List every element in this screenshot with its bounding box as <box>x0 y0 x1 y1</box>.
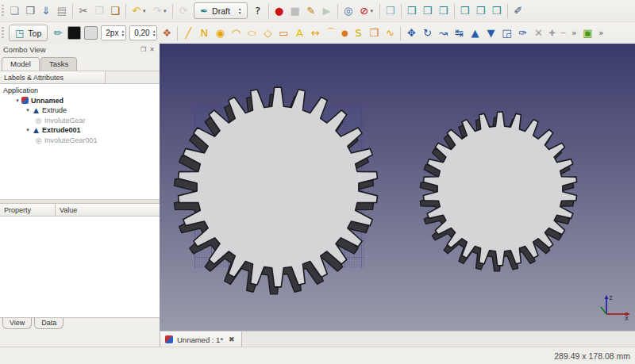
toolbar2-handle[interactable] <box>2 27 4 40</box>
workbench-selector[interactable]: ✒Draft▴▾ <box>194 2 248 19</box>
view-rear-button[interactable]: ❒ <box>457 3 473 19</box>
face-color-swatch[interactable] <box>84 26 98 40</box>
draft-delete-point-tool[interactable]: − <box>557 25 568 41</box>
draft-offset-tool[interactable]: ↝ <box>435 25 451 41</box>
undo-button[interactable]: ↶ <box>129 3 144 19</box>
close-panel-icon[interactable]: ✕ <box>148 46 156 53</box>
draft-toolbar: ◳Top✏2px▴▾0,20▴▾❖╱N◉◠○◇▭A↔⌒●S❒∿✥↻↝↹▲▼◲✑✕… <box>0 22 635 44</box>
tree-item-involutegear001[interactable]: ◎InvoluteGear001 <box>0 136 160 146</box>
macro-edit-button[interactable]: ✎ <box>303 3 319 19</box>
draft-move-tool[interactable]: ✥ <box>403 25 419 41</box>
draw-style-button-dropdown-icon[interactable]: ▾ <box>371 8 377 14</box>
spin-arrows-icon[interactable]: ▴▾ <box>121 29 124 36</box>
view-axonometric-button[interactable]: ❒ <box>383 3 398 19</box>
gear-large[interactable] <box>175 87 378 294</box>
combo-view-panel: Combo View ❐ ✕ Model Tasks Labels & Attr… <box>0 44 160 347</box>
fit-all-button[interactable]: ◎ <box>341 3 356 19</box>
view-bottom-button[interactable]: ❒ <box>473 3 489 19</box>
view-right-button[interactable]: ❒ <box>436 3 452 19</box>
tree-item-label: Extrude <box>42 106 67 114</box>
draft-arc-tool[interactable]: ◠ <box>228 25 244 41</box>
copy-button[interactable]: ❐ <box>91 3 107 19</box>
draft-polygon-tool[interactable]: ◇ <box>260 25 275 41</box>
tree-item-involutegear[interactable]: ◎InvoluteGear <box>0 116 160 126</box>
tab-tasks[interactable]: Tasks <box>40 57 77 71</box>
expander-icon[interactable]: ▾ <box>24 127 32 133</box>
draft-text-tool[interactable]: A <box>291 25 307 41</box>
draft-shapestring-tool[interactable]: S <box>350 25 366 41</box>
open-file-button[interactable]: ❒ <box>22 3 38 19</box>
gear-small-face[interactable] <box>423 112 576 266</box>
draft-rectangle-tool[interactable]: ▭ <box>275 25 291 41</box>
draft-facebinder-tool[interactable]: ❒ <box>366 25 382 41</box>
construction-mode-toggle[interactable]: ✏ <box>50 25 66 41</box>
gear-large-face[interactable] <box>179 87 378 287</box>
tree-item-application[interactable]: Application <box>0 86 160 96</box>
new-file-button[interactable]: ❏ <box>6 3 22 19</box>
draft-upgrade-tool[interactable]: ▲ <box>467 25 483 41</box>
line-color-swatch[interactable] <box>67 26 81 40</box>
toggle-continue-lock-button[interactable]: ▣ <box>579 25 595 41</box>
tree-item-label: InvoluteGear <box>44 117 86 125</box>
paste-button[interactable]: ❑ <box>107 3 123 19</box>
expander-icon[interactable]: ▾ <box>13 98 21 104</box>
draft-bspline-tool[interactable]: ⌒ <box>323 25 339 41</box>
whats-this-button[interactable]: ? <box>250 3 266 19</box>
close-tab-icon[interactable]: ✖ <box>229 335 235 343</box>
cut-button[interactable]: ✂ <box>75 3 91 19</box>
draft-edit-tool[interactable]: ✑ <box>514 25 530 41</box>
macro-record-button[interactable]: ● <box>271 3 287 19</box>
working-plane-button[interactable]: ◳Top <box>9 25 48 41</box>
draft-scale-tool[interactable]: ◲ <box>498 25 514 41</box>
view-top-button[interactable]: ❒ <box>420 3 436 19</box>
draw-style-button[interactable]: ⊘ <box>356 3 372 19</box>
tab-data[interactable]: Data <box>34 318 64 329</box>
draft-point-tool[interactable]: ● <box>339 25 350 41</box>
measure-distance-button[interactable]: ✐ <box>510 3 526 19</box>
draft-trimex-tool[interactable]: ↹ <box>451 25 467 41</box>
macro-play-button[interactable]: ▶ <box>319 3 335 19</box>
labels-attributes-header[interactable]: Labels & Attributes <box>0 71 106 83</box>
draft-rotate-tool[interactable]: ↻ <box>419 25 435 41</box>
value-column-header[interactable]: Value <box>56 204 160 216</box>
toolbar-overflow-chevron[interactable]: » <box>568 25 579 41</box>
tree-column-header[interactable]: Labels & Attributes <box>0 71 160 84</box>
draft-wire-tool[interactable]: N <box>196 25 212 41</box>
text-scale-spinbox[interactable]: 0,20▴▾ <box>129 25 157 40</box>
draft-line-tool[interactable]: ╱ <box>180 25 196 41</box>
tab-view[interactable]: View <box>2 318 32 329</box>
tree-item-unnamed[interactable]: ▾Unnamed <box>0 96 160 106</box>
macro-stop-button[interactable]: ■ <box>287 3 303 19</box>
print-button[interactable]: ▤ <box>54 3 70 19</box>
draft-subelement-tool[interactable]: ✕ <box>530 25 546 41</box>
gear-small[interactable] <box>420 112 576 271</box>
tree-item-extrude001[interactable]: ▾▲Extrude001 <box>0 125 160 136</box>
combo-view-titlebar[interactable]: Combo View ❐ ✕ <box>0 44 160 56</box>
view-front-button[interactable]: ❒ <box>404 3 420 19</box>
tree-item-label: Extrude001 <box>42 126 81 134</box>
line-width-spinbox[interactable]: 2px▴▾ <box>101 25 126 40</box>
draft-bezier-tool[interactable]: ∿ <box>382 25 398 41</box>
draft-circle-tool[interactable]: ◉ <box>212 25 228 41</box>
tab-model[interactable]: Model <box>2 57 40 71</box>
draft-downgrade-tool[interactable]: ▼ <box>483 25 498 41</box>
draft-ellipse-tool[interactable]: ○ <box>244 25 260 41</box>
draft-dimension-tool[interactable]: ↔ <box>307 25 323 41</box>
property-column-header[interactable]: Property <box>0 204 56 216</box>
toolbar-overflow-chevron-2[interactable]: » <box>595 25 606 41</box>
3d-viewport[interactable]: x z <box>160 44 635 331</box>
redo-button[interactable]: ↷ <box>149 3 165 19</box>
apply-style-button[interactable]: ❖ <box>159 25 175 41</box>
refresh-button[interactable]: ⟳ <box>175 3 191 19</box>
spin-arrows-icon[interactable]: ▴▾ <box>153 29 156 36</box>
toolbar1-handle[interactable] <box>2 5 4 17</box>
save-button[interactable]: ⇓ <box>38 3 54 19</box>
expander-icon[interactable]: ▾ <box>24 107 32 113</box>
tree-item-extrude[interactable]: ▾▲Extrude <box>0 105 160 116</box>
draft-add-point-tool[interactable]: ✚ <box>546 25 557 41</box>
float-panel-icon[interactable]: ❐ <box>139 46 148 53</box>
view-left-button[interactable]: ❒ <box>489 3 505 19</box>
undo-button-dropdown-icon[interactable]: ▾ <box>143 8 149 14</box>
property-view-tabs: View Data <box>0 318 160 333</box>
document-tab[interactable]: Unnamed : 1* ✖ <box>160 331 242 347</box>
